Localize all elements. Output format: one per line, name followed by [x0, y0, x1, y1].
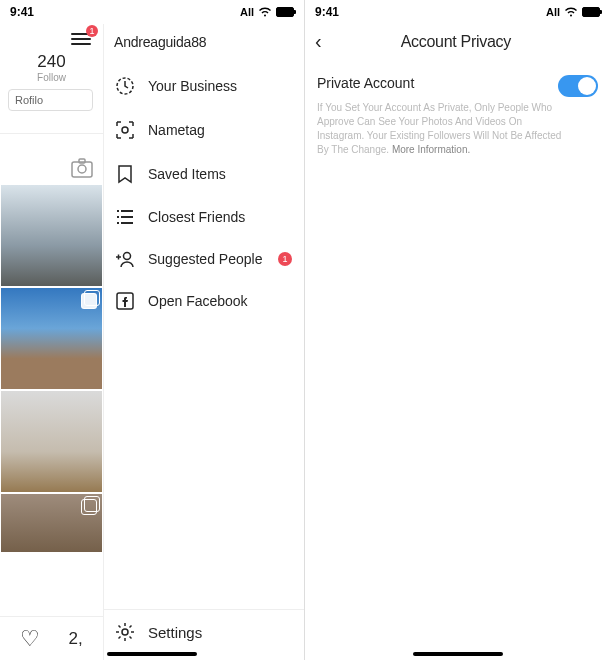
add-person-icon [114, 250, 136, 268]
status-right: All [546, 6, 600, 18]
phone-account-privacy: 9:41 All ‹ Account Privacy Private Accou… [305, 0, 610, 660]
svg-rect-2 [79, 159, 85, 163]
drawer-item-close-friends[interactable]: Closest Friends [104, 196, 304, 238]
privacy-header: ‹ Account Privacy [305, 24, 610, 65]
facebook-icon [114, 292, 136, 310]
side-drawer: Andreaguida88 Your Business Nametag [103, 24, 304, 660]
drawer-item-label: Your Business [148, 78, 237, 94]
drawer-item-label: Suggested People [148, 251, 262, 267]
private-account-row: Private Account [305, 65, 610, 99]
status-time: 9:41 [315, 5, 339, 19]
activity-icon[interactable]: ♡ [20, 626, 40, 652]
drawer-item-your-business[interactable]: Your Business [104, 64, 304, 108]
suggested-badge: 1 [278, 252, 292, 266]
multi-photo-icon [81, 293, 97, 309]
more-information-link[interactable]: More Information. [392, 144, 470, 155]
menu-badge: 1 [86, 25, 98, 37]
drawer-list: Your Business Nametag Saved Items [104, 64, 304, 609]
profile-screen-partial: 1 240 Follow ♡ 2, [0, 24, 103, 660]
gear-icon [114, 622, 136, 642]
drawer-item-label: Nametag [148, 122, 205, 138]
nametag-icon [114, 120, 136, 140]
carrier-label: All [546, 6, 560, 18]
status-bar: 9:41 All [0, 0, 304, 24]
multi-photo-icon [81, 499, 97, 515]
svg-point-4 [122, 127, 128, 133]
svg-point-5 [124, 253, 131, 260]
drawer-item-label: Open Facebook [148, 293, 248, 309]
tagged-tab-icon[interactable] [71, 158, 93, 178]
drawer-username[interactable]: Andreaguida88 [104, 24, 304, 64]
home-indicator[interactable] [107, 652, 197, 656]
bookmark-icon [114, 164, 136, 184]
wifi-icon [258, 7, 272, 17]
photo-grid [0, 184, 103, 553]
carrier-label: All [240, 6, 254, 18]
menu-button[interactable]: 1 [71, 30, 93, 46]
phone-profile-drawer: 9:41 All 1 240 Follow [0, 0, 305, 660]
svg-point-7 [122, 629, 128, 635]
clock-icon [114, 76, 136, 96]
battery-icon [582, 7, 600, 17]
photo-thumbnail[interactable] [0, 493, 103, 553]
page-title: Account Privacy [312, 33, 600, 51]
bottom-nav-partial: ♡ 2, [0, 616, 103, 660]
drawer-item-saved[interactable]: Saved Items [104, 152, 304, 196]
status-time: 9:41 [10, 5, 34, 19]
drawer-item-label: Saved Items [148, 166, 226, 182]
private-account-label: Private Account [317, 75, 414, 91]
list-icon [114, 208, 136, 226]
home-indicator[interactable] [413, 652, 503, 656]
profile-filter-input[interactable] [8, 89, 93, 111]
svg-point-1 [78, 165, 86, 173]
wifi-icon [564, 7, 578, 17]
follower-stat[interactable]: 240 Follow [4, 52, 99, 83]
follower-label: Follow [4, 72, 99, 83]
private-account-description: If You Set Your Account As Private, Only… [305, 99, 575, 159]
bottom-count: 2, [69, 629, 83, 649]
battery-icon [276, 7, 294, 17]
drawer-item-nametag[interactable]: Nametag [104, 108, 304, 152]
drawer-item-label: Closest Friends [148, 209, 245, 225]
drawer-item-suggested-people[interactable]: Suggested People 1 [104, 238, 304, 280]
drawer-item-open-facebook[interactable]: Open Facebook [104, 280, 304, 322]
private-account-toggle[interactable] [558, 75, 598, 97]
photo-thumbnail[interactable] [0, 390, 103, 493]
photo-thumbnail[interactable] [0, 287, 103, 390]
settings-label: Settings [148, 624, 202, 641]
follower-count: 240 [4, 52, 99, 72]
photo-thumbnail[interactable] [0, 184, 103, 287]
status-bar: 9:41 All [305, 0, 610, 24]
status-right: All [240, 6, 294, 18]
